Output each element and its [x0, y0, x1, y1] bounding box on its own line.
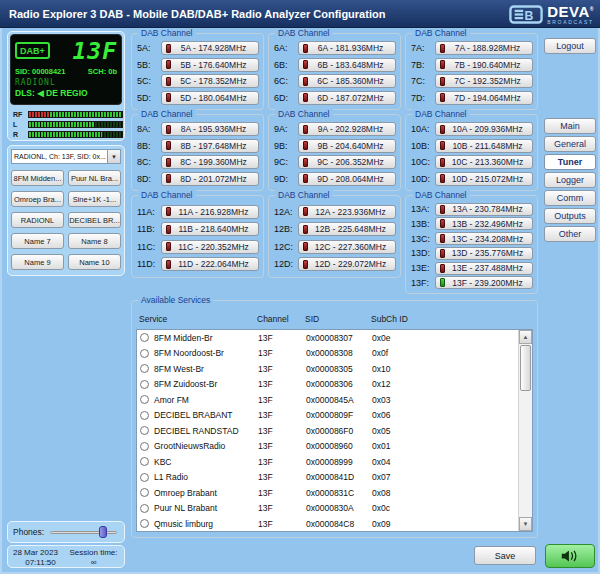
phones-volume-slider[interactable]: [48, 525, 119, 539]
scroll-up-icon[interactable]: ▲: [519, 330, 532, 344]
channel-button-10A[interactable]: 10A - 209.936MHz: [435, 122, 533, 136]
service-sid: 0x0000845A: [306, 395, 372, 405]
channel-button-12C[interactable]: 12C - 227.360MHz: [298, 240, 396, 254]
preset-button-5[interactable]: RADIONL: [11, 212, 64, 228]
service-row[interactable]: GrootNieuwsRadio13F0x000089600x01: [137, 439, 518, 455]
channel-button-7C[interactable]: 7C - 192.352MHz: [435, 74, 533, 88]
preset-button-4[interactable]: Sine+1K -1...: [68, 191, 121, 207]
channel-button-7D[interactable]: 7D - 194.064MHz: [435, 91, 533, 105]
service-radio[interactable]: [140, 364, 149, 373]
preset-button-10[interactable]: Name 10: [68, 254, 121, 270]
channel-button-13A[interactable]: 13A - 230.784MHz: [435, 203, 533, 216]
channel-button-8C[interactable]: 8C - 199.360MHz: [161, 155, 259, 169]
service-subch: 0x04: [372, 457, 518, 467]
channel-button-8B[interactable]: 8B - 197.648MHz: [161, 139, 259, 153]
channel-button-11B[interactable]: 11B - 218.640MHz: [161, 222, 259, 236]
service-row[interactable]: 8FM West-Br13F0x000083050x10: [137, 361, 518, 377]
service-radio[interactable]: [140, 349, 149, 358]
preset-button-6[interactable]: DECIBEL BR...: [68, 212, 121, 228]
service-radio[interactable]: [140, 519, 149, 528]
service-radio[interactable]: [140, 473, 149, 482]
service-row[interactable]: KBC13F0x000089990x04: [137, 454, 518, 470]
meter-row: RF: [11, 109, 123, 119]
channel-button-10B[interactable]: 10B - 211.648MHz: [435, 139, 533, 153]
channel-button-11D[interactable]: 11D - 222.064MHz: [161, 257, 259, 271]
scrollbar-thumb[interactable]: [520, 345, 531, 391]
channel-button-10D[interactable]: 10D - 215.072MHz: [435, 172, 533, 186]
service-radio[interactable]: [140, 395, 149, 404]
preset-button-1[interactable]: 8FM Midden...: [11, 170, 64, 186]
service-row[interactable]: DECIBEL RANDSTAD13F0x000086F00x05: [137, 423, 518, 439]
channel-button-5D[interactable]: 5D - 180.064MHz: [161, 91, 259, 105]
service-radio[interactable]: [140, 488, 149, 497]
channel-button-13E[interactable]: 13E - 237.488MHz: [435, 262, 533, 275]
channel-row: 9B:9B - 204.640MHz: [274, 139, 396, 153]
channel-button-8D[interactable]: 8D - 201.072MHz: [161, 172, 259, 186]
tab-logger[interactable]: Logger: [544, 172, 596, 188]
channel-button-6C[interactable]: 6C - 185.360MHz: [298, 74, 396, 88]
service-radio[interactable]: [140, 380, 149, 389]
channel-button-13F[interactable]: 13F - 239.200MHz: [435, 276, 533, 289]
service-row[interactable]: Omroep Brabant13F0x0000831C0x08: [137, 485, 518, 501]
channel-button-9A[interactable]: 9A - 202.928MHz: [298, 122, 396, 136]
audio-monitor-button[interactable]: [545, 544, 595, 568]
service-radio[interactable]: [140, 333, 149, 342]
channel-button-7B[interactable]: 7B - 190.640MHz: [435, 58, 533, 72]
channel-button-5A[interactable]: 5A - 174.928MHz: [161, 41, 259, 55]
channel-button-6D[interactable]: 6D - 187.072MHz: [298, 91, 396, 105]
preset-button-9[interactable]: Name 9: [11, 254, 64, 270]
channel-label: 8D:: [137, 174, 161, 184]
services-scrollbar[interactable]: ▲ ▼: [518, 330, 532, 531]
service-row[interactable]: DECIBEL BRABANT13F0x0000809F0x06: [137, 408, 518, 424]
channel-button-9B[interactable]: 9B - 204.640MHz: [298, 139, 396, 153]
service-row[interactable]: 8FM Midden-Br13F0x000083070x0e: [137, 330, 518, 346]
service-radio[interactable]: [140, 426, 149, 435]
service-name: KBC: [154, 457, 258, 467]
channel-button-13C[interactable]: 13C - 234.208MHz: [435, 232, 533, 245]
tab-tuner[interactable]: Tuner: [544, 154, 596, 170]
service-row[interactable]: Puur NL Brabant13F0x0000830A0x0c: [137, 501, 518, 517]
service-row[interactable]: Amor FM13F0x0000845A0x03: [137, 392, 518, 408]
preset-button-2[interactable]: Puur NL Bra...: [68, 170, 121, 186]
tab-comm[interactable]: Comm: [544, 190, 596, 206]
service-radio[interactable]: [140, 411, 149, 420]
save-button[interactable]: Save: [474, 546, 536, 565]
service-select-dropdown[interactable]: RADIONL, Ch: 13F, SID: 0x... ▼: [11, 149, 121, 164]
preset-button-3[interactable]: Omroep Bra...: [11, 191, 64, 207]
slider-thumb[interactable]: [99, 526, 107, 538]
service-row[interactable]: L1 Radio13F0x0000841D0x07: [137, 470, 518, 486]
preset-button-8[interactable]: Name 8: [68, 233, 121, 249]
channel-button-10C[interactable]: 10C - 213.360MHz: [435, 155, 533, 169]
channel-button-7A[interactable]: 7A - 188.928MHz: [435, 41, 533, 55]
channel-button-12A[interactable]: 12A - 223.936MHz: [298, 205, 396, 219]
channel-button-9D[interactable]: 9D - 208.064MHz: [298, 172, 396, 186]
logout-button[interactable]: Logout: [544, 38, 596, 54]
channel-button-6A[interactable]: 6A - 181.936MHz: [298, 41, 396, 55]
channel-button-9C[interactable]: 9C - 206.352MHz: [298, 155, 396, 169]
service-row[interactable]: 8FM Noordoost-Br13F0x000083080x0f: [137, 346, 518, 362]
chevron-down-icon[interactable]: ▼: [107, 150, 120, 163]
service-row[interactable]: 8FM Zuidoost-Br13F0x000083060x12: [137, 377, 518, 393]
scroll-down-icon[interactable]: ▼: [519, 517, 532, 531]
service-channel: 13F: [258, 472, 306, 482]
preset-button-7[interactable]: Name 7: [11, 233, 64, 249]
channel-button-11A[interactable]: 11A - 216.928MHz: [161, 205, 259, 219]
channel-label: 7D:: [411, 93, 435, 103]
channel-button-12B[interactable]: 12B - 225.648MHz: [298, 222, 396, 236]
channel-button-13B[interactable]: 13B - 232.496MHz: [435, 217, 533, 230]
tab-general[interactable]: General: [544, 136, 596, 152]
channel-button-8A[interactable]: 8A - 195.936MHz: [161, 122, 259, 136]
channel-button-5C[interactable]: 5C - 178.352MHz: [161, 74, 259, 88]
service-radio[interactable]: [140, 457, 149, 466]
channel-button-13D[interactable]: 13D - 235.776MHz: [435, 247, 533, 260]
tab-main[interactable]: Main: [544, 118, 596, 134]
service-radio[interactable]: [140, 442, 149, 451]
service-radio[interactable]: [140, 504, 149, 513]
channel-button-6B[interactable]: 6B - 183.648MHz: [298, 58, 396, 72]
channel-button-12D[interactable]: 12D - 229.072MHz: [298, 257, 396, 271]
service-row[interactable]: Qmusic limburg13F0x000084C80x09: [137, 516, 518, 532]
tab-outputs[interactable]: Outputs: [544, 208, 596, 224]
channel-button-11C[interactable]: 11C - 220.352MHz: [161, 240, 259, 254]
channel-button-5B[interactable]: 5B - 176.640MHz: [161, 58, 259, 72]
tab-other[interactable]: Other: [544, 226, 596, 242]
